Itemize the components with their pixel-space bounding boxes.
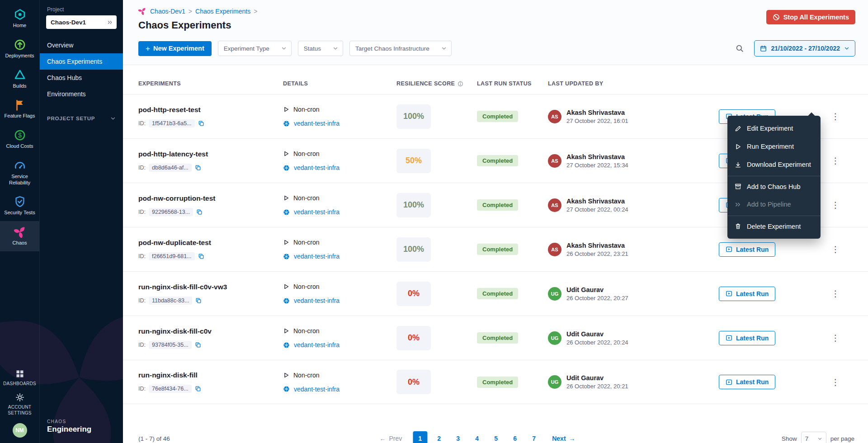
context-menu-item[interactable]: Edit Experiment	[727, 119, 821, 137]
stop-all-experiments-button[interactable]: Stop All Experiments	[766, 10, 855, 24]
sidebar-bottom-item[interactable]: DASHBOARDS	[0, 369, 39, 386]
prev-page-button[interactable]: ← Prev	[379, 435, 402, 442]
context-menu-item[interactable]: Run Experiment	[727, 137, 821, 156]
id-label: ID:	[138, 253, 146, 259]
infrastructure-link[interactable]: vedant-test-infra	[294, 253, 340, 260]
project-setup-toggle[interactable]: PROJECT SETUP	[40, 116, 123, 121]
experiment-name: run-nginx-disk-fill	[138, 371, 283, 379]
sidebar-module[interactable]: Builds	[0, 64, 39, 94]
page-number-button[interactable]: 3	[451, 431, 465, 443]
context-menu-item[interactable]: Download Experiment	[727, 156, 821, 174]
experiment-name: pod-nw-corruption-test	[138, 194, 283, 203]
infrastructure-link[interactable]: vedant-test-infra	[294, 297, 340, 304]
row-menu-button[interactable]: ⋮	[829, 200, 842, 210]
avatar: UG	[548, 331, 561, 345]
infrastructure-icon	[283, 165, 290, 171]
experiment-type: Non-cron	[293, 283, 320, 290]
filter-label: Target Chaos Infrastructure	[355, 45, 429, 52]
experiment-name: run-nginx-disk-fill-c0v	[138, 327, 283, 335]
sidebar-module[interactable]: Chaos	[0, 221, 39, 251]
updated-by-cell: UG Udit Gaurav 26 October 2022, 20:21	[548, 374, 719, 390]
module-label: Security Tests	[4, 210, 35, 216]
module-label: Chaos	[13, 240, 27, 246]
sidebar-module[interactable]: Deployments	[0, 34, 39, 64]
sidebar-nav-item[interactable]: Environments	[40, 86, 123, 102]
latest-run-button[interactable]: Latest Run	[719, 375, 775, 389]
page-number-button[interactable]: 5	[489, 431, 503, 443]
copy-icon[interactable]	[195, 386, 201, 392]
breadcrumb-link[interactable]: Chaos-Dev1	[150, 8, 185, 15]
latest-run-button[interactable]: Latest Run	[719, 287, 775, 301]
page-number-button[interactable]: 4	[470, 431, 484, 443]
sidebar-nav-item[interactable]: Chaos Hubs	[40, 70, 123, 86]
user-name: Udit Gaurav	[566, 374, 628, 382]
copy-icon[interactable]	[195, 165, 201, 171]
latest-run-button[interactable]: Latest Run	[719, 242, 775, 257]
project-selector[interactable]: Chaos-Dev1	[46, 15, 117, 29]
module-label: Cloud Costs	[6, 143, 33, 150]
play-icon	[283, 283, 289, 290]
infrastructure-link[interactable]: vedant-test-infra	[294, 386, 340, 393]
sidebar-module[interactable]: Security Tests	[0, 191, 39, 221]
breadcrumb-link[interactable]: Chaos Experiments	[195, 8, 250, 15]
infrastructure-link[interactable]: vedant-test-infra	[294, 164, 340, 171]
infrastructure-link[interactable]: vedant-test-infra	[294, 208, 340, 216]
sidebar-nav-item[interactable]: Overview	[40, 37, 123, 53]
row-menu-button[interactable]: ⋮	[829, 377, 842, 387]
table-row: run-nginx-disk-fill ID: 76e8f434-76... N…	[123, 360, 868, 404]
sidebar-bottom-item[interactable]: ACCOUNT SETTINGS	[0, 393, 39, 416]
play-icon	[735, 143, 741, 150]
filter-dropdown[interactable]: Status	[298, 41, 343, 56]
row-menu-button[interactable]: ⋮	[829, 111, 842, 122]
sidebar-module[interactable]: Cloud Costs	[0, 124, 39, 155]
infrastructure-link[interactable]: vedant-test-infra	[294, 341, 340, 349]
user-avatar[interactable]: NM	[13, 423, 27, 438]
copy-icon[interactable]	[198, 120, 204, 127]
row-menu-button[interactable]: ⋮	[829, 288, 842, 299]
new-experiment-button[interactable]: + New Experiment	[138, 41, 212, 56]
info-icon[interactable]	[458, 81, 463, 87]
status-badge: Completed	[477, 111, 518, 122]
brand-large: Engineering	[47, 425, 116, 434]
sidebar-module[interactable]: Service Reliability	[0, 155, 39, 191]
experiment-cell: pod-http-reset-test ID: 1f5471b3-6a5...	[138, 106, 283, 127]
show-label: Show	[782, 435, 797, 442]
table-row: run-nginx-disk-fill-c0v-vw3 ID: 11bda88c…	[123, 271, 868, 316]
latest-run-icon	[726, 290, 732, 297]
row-menu-button[interactable]: ⋮	[829, 333, 842, 343]
infrastructure-link[interactable]: vedant-test-infra	[294, 120, 340, 127]
updated-by-cell: AS Akash Shrivastava 27 October 2022, 16…	[548, 109, 719, 124]
search-button[interactable]	[731, 40, 748, 57]
resilience-score-badge: 100%	[396, 237, 431, 262]
rail-bottom: DASHBOARDS ACCOUNT SETTINGS NM	[0, 363, 39, 443]
filter-dropdown[interactable]: Experiment Type	[218, 41, 292, 56]
page-number-button[interactable]: 1	[413, 431, 427, 443]
chevron-down-icon	[844, 46, 849, 51]
sidebar-module[interactable]: Feature Flags	[0, 94, 39, 124]
sidebar-module[interactable]: Home	[0, 4, 39, 34]
context-menu-item[interactable]: Delete Experiment	[727, 216, 821, 235]
experiment-type: Non-cron	[293, 194, 320, 202]
expand-sidebar-icon	[107, 19, 113, 25]
updated-time: 26 October 2022, 20:21	[566, 383, 628, 390]
builds-icon	[14, 69, 26, 81]
context-menu-item[interactable]: Add to Pipeline	[727, 195, 821, 213]
page-number-button[interactable]: 6	[508, 431, 522, 443]
next-page-button[interactable]: Next →	[552, 435, 575, 442]
copy-icon[interactable]	[196, 209, 203, 215]
latest-run-button[interactable]: Latest Run	[719, 331, 775, 345]
copy-icon[interactable]	[195, 342, 201, 348]
context-menu-item[interactable]: Add to Chaos Hub	[727, 176, 821, 195]
resilience-score-badge: 100%	[396, 193, 431, 217]
sidebar-nav-item[interactable]: Chaos Experiments	[40, 53, 123, 70]
page-number-button[interactable]: 2	[432, 431, 446, 443]
filter-dropdown[interactable]: Target Chaos Infrastructure	[349, 41, 452, 56]
copy-icon[interactable]	[195, 297, 202, 304]
row-menu-button[interactable]: ⋮	[829, 244, 842, 254]
page-number-button[interactable]: 7	[527, 431, 541, 443]
row-menu-button[interactable]: ⋮	[829, 156, 842, 166]
per-page-select[interactable]: 7	[801, 432, 826, 443]
user-name: Akash Shrivastava	[566, 242, 628, 249]
copy-icon[interactable]	[198, 253, 204, 259]
date-range-picker[interactable]: 21/10/2022 - 27/10/2022	[754, 40, 855, 57]
